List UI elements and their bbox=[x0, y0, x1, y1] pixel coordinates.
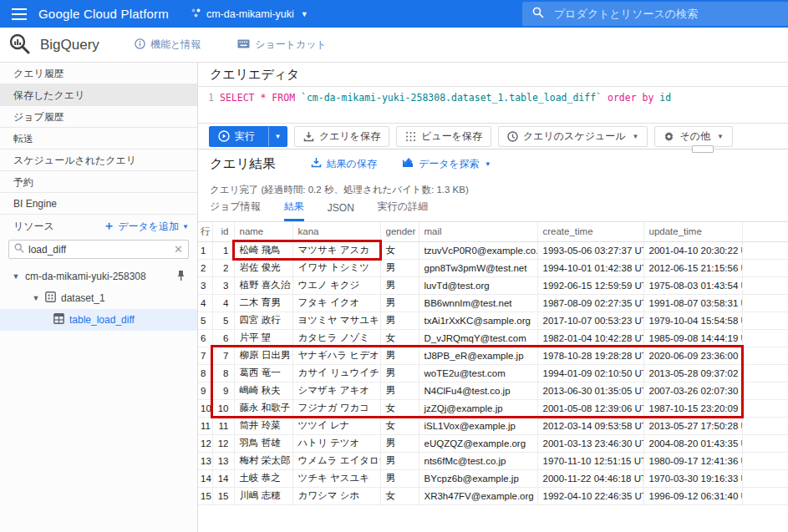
table-cell: 13 bbox=[198, 452, 212, 469]
chevron-down-icon[interactable]: ▼ bbox=[32, 294, 40, 302]
products-search-input[interactable] bbox=[554, 8, 755, 20]
table-cell: ヤナギハラ ヒデオ bbox=[292, 347, 380, 364]
table-cell: 8 bbox=[198, 364, 212, 382]
table-cell-filler bbox=[742, 347, 788, 364]
table-cell-filler bbox=[742, 329, 788, 347]
table-row: 11松崎 飛鳥マツサキ アスカ女tzuvVcP0R0@example.co.jp… bbox=[198, 241, 788, 259]
table-row: 33植野 喜久治ウエノ キクジ男luvTd@test.org1992-06-15… bbox=[198, 276, 788, 294]
table-cell: 女 bbox=[380, 329, 419, 347]
table-cell: 2013-06-30 01:35:05 UTC bbox=[537, 382, 643, 399]
table-cell: 9 bbox=[212, 382, 234, 399]
products-search[interactable] bbox=[522, 2, 788, 26]
table-cell: カワシマ シホ bbox=[292, 487, 380, 504]
close-icon[interactable]: ✕ bbox=[174, 243, 183, 256]
add-data-label: データを追加 bbox=[118, 220, 179, 234]
run-dropdown-caret[interactable]: ▼ bbox=[268, 127, 287, 146]
bigquery-logo-icon bbox=[8, 33, 30, 58]
table-cell: 男 bbox=[380, 294, 419, 312]
save-results-button[interactable]: 結果の保存 bbox=[311, 157, 377, 171]
table-cell: 1991-08-07 03:58:31 UTC bbox=[643, 294, 742, 312]
save-query-button[interactable]: クエリを保存 bbox=[294, 126, 389, 147]
more-button[interactable]: その他 ▼ bbox=[654, 126, 732, 147]
sidebar-item[interactable]: BI Engine bbox=[0, 193, 197, 215]
table-cell: ツチキ ヤスユキ bbox=[292, 469, 380, 487]
table-cell: 11 bbox=[212, 417, 234, 434]
table-cell: 松崎 飛鳥 bbox=[234, 241, 292, 259]
pin-icon[interactable] bbox=[176, 270, 186, 284]
sql-token bbox=[637, 92, 643, 104]
sql-query-text[interactable]: SELECT * FROM `cm-da-mikami-yuki-258308.… bbox=[220, 92, 671, 123]
table-cell: BYcpz6b@example.jp bbox=[419, 469, 537, 487]
sidebar-item[interactable]: ジョブ履歴 bbox=[0, 106, 197, 128]
table-cell: 羽鳥 哲雄 bbox=[234, 434, 292, 452]
table-cell-filler bbox=[742, 241, 788, 259]
resource-tree: ▼ cm-da-mikami-yuki-258308 ▼ dataset_1 t… bbox=[0, 266, 197, 331]
save-view-button[interactable]: ビューを保存 bbox=[396, 126, 491, 147]
chevron-down-icon[interactable]: ▼ bbox=[12, 272, 20, 281]
table-cell: 1994-10-01 01:42:38 UTC bbox=[537, 259, 643, 276]
results-table: 行idnamekanagendermailcreate_timeupdate_t… bbox=[198, 222, 788, 505]
add-data-button[interactable]: ＋ データを追加 ▼ bbox=[103, 219, 189, 234]
table-cell: 1982-01-04 10:42:28 UTC bbox=[537, 329, 643, 347]
table-cell: 嶋崎 秋夫 bbox=[234, 382, 292, 399]
chevron-down-icon: ▼ bbox=[485, 160, 491, 168]
menu-hamburger-icon[interactable] bbox=[0, 8, 38, 20]
table-cell-filler bbox=[742, 294, 788, 312]
resource-search-box[interactable]: ✕ bbox=[8, 240, 189, 259]
sidebar-item[interactable]: 保存したクエリ bbox=[0, 84, 197, 106]
table-cell: ヨツミヤ マサユキ bbox=[292, 312, 380, 329]
sidebar-item[interactable]: クエリ履歴 bbox=[0, 63, 197, 84]
table-cell: 7 bbox=[212, 347, 234, 364]
table-cell: 女 bbox=[380, 487, 419, 504]
schedule-query-button[interactable]: クエリのスケジュール ▼ bbox=[498, 126, 648, 147]
tree-dataset[interactable]: ▼ dataset_1 bbox=[0, 287, 197, 309]
sidebar-item[interactable]: 予約 bbox=[0, 171, 197, 193]
keyboard-icon bbox=[237, 39, 250, 51]
resources-label: リソース bbox=[13, 220, 54, 234]
run-button[interactable]: 実行 ▼ bbox=[209, 126, 287, 147]
gcp-brand[interactable]: Google Cloud Platform bbox=[38, 7, 169, 21]
column-header: create_time bbox=[537, 222, 643, 241]
shortcuts-link[interactable]: ショートカット bbox=[237, 38, 327, 52]
column-header-filler bbox=[742, 222, 788, 241]
table-cell: ウメムラ エイタロウ bbox=[292, 452, 380, 469]
table-cell: 2012-03-14 09:53:58 UTC bbox=[537, 417, 643, 434]
table-cell-filler bbox=[742, 276, 788, 294]
table-cell: 12 bbox=[212, 434, 234, 452]
project-icon bbox=[191, 8, 201, 21]
save-icon bbox=[311, 157, 322, 170]
sidebar-item[interactable]: スケジュールされたクエリ bbox=[0, 149, 197, 171]
project-tree-label: cm-da-mikami-yuki-258308 bbox=[25, 271, 146, 282]
tab-ジョブ情報[interactable]: ジョブ情報 bbox=[210, 200, 261, 221]
schedule-query-label: クエリのスケジュール bbox=[523, 129, 626, 144]
table-cell: N4ClFu4@test.co.jp bbox=[419, 382, 537, 399]
tree-project[interactable]: ▼ cm-da-mikami-yuki-258308 bbox=[0, 266, 197, 287]
sidebar-item[interactable]: 転送 bbox=[0, 128, 197, 149]
tree-table-selected[interactable]: table_load_diff bbox=[0, 309, 197, 331]
table-cell: 1987-08-09 02:27:35 UTC bbox=[537, 294, 643, 312]
line-number: 1 bbox=[198, 92, 220, 123]
tab-実行の詳細[interactable]: 実行の詳細 bbox=[378, 200, 428, 221]
save-query-label: クエリを保存 bbox=[319, 129, 380, 144]
table-cell: 6 bbox=[198, 329, 212, 347]
sidebar-nav: クエリ履歴保存したクエリジョブ履歴転送スケジュールされたクエリ予約BI Engi… bbox=[0, 63, 197, 215]
tab-JSON[interactable]: JSON bbox=[328, 202, 354, 221]
table-cell: 6 bbox=[212, 329, 234, 347]
table-cell: 女 bbox=[380, 417, 419, 434]
table-cell: woTE2u@test.com bbox=[419, 364, 537, 382]
query-editor-title: クエリエディタ bbox=[210, 67, 299, 83]
panel-resize-handle[interactable] bbox=[692, 145, 714, 153]
resource-search-input[interactable] bbox=[28, 244, 170, 256]
save-icon bbox=[303, 131, 314, 142]
table-cell: イワサ トシミツ bbox=[292, 259, 380, 276]
table-cell: フタキ イクオ bbox=[292, 294, 380, 312]
features-info-link[interactable]: 機能と情報 bbox=[135, 38, 201, 52]
project-selector[interactable]: cm-da-mikami-yuki ▼ bbox=[191, 8, 308, 21]
table-cell-filler bbox=[742, 452, 788, 469]
explore-data-button[interactable]: データを探索 ▼ bbox=[402, 157, 491, 171]
table-icon bbox=[53, 313, 64, 327]
table-cell: 片平 望 bbox=[234, 329, 292, 347]
tab-結果[interactable]: 結果 bbox=[284, 200, 304, 221]
table-row: 88葛西 竜一カサイ リュウイチ男woTE2u@test.com1994-01-… bbox=[198, 364, 788, 382]
query-editor[interactable]: 1 SELECT * FROM `cm-da-mikami-yuki-25830… bbox=[198, 87, 788, 124]
